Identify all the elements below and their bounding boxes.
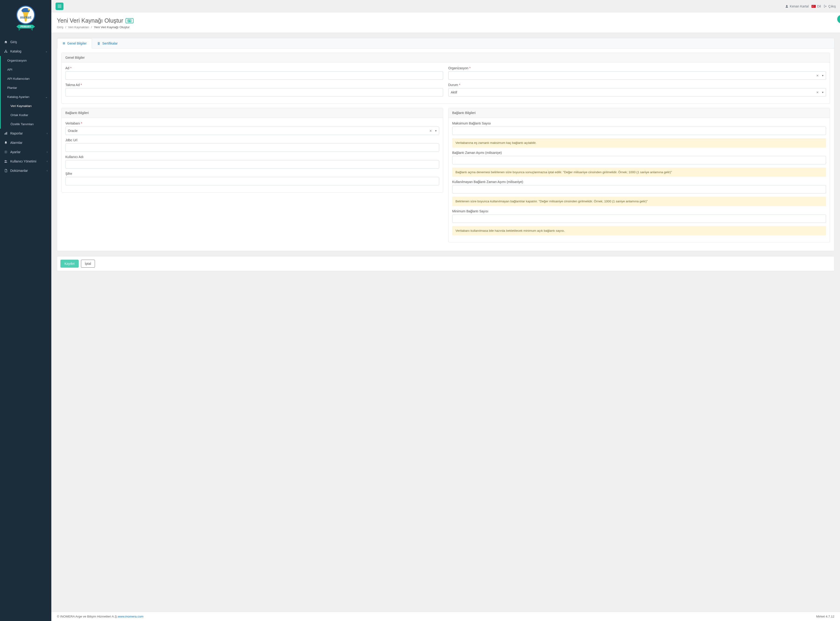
panel-header: Bağlantı Bilgileri xyxy=(448,108,830,118)
input-takma-ad[interactable] xyxy=(65,88,443,97)
breadcrumb-item[interactable]: Giriş xyxy=(57,26,64,29)
sidebar-item-api-kullanicilari[interactable]: API Kullanıcıları xyxy=(1,74,51,83)
input-sifre[interactable] xyxy=(65,177,439,185)
sidebar-nav: Giriş Katalog ⌄ Organizasyon API API Kul… xyxy=(0,37,51,175)
svg-rect-18 xyxy=(58,7,61,8)
svg-rect-26 xyxy=(129,20,129,21)
chevron-left-icon: ‹ xyxy=(47,169,48,172)
label-takma-ad: Takma Ad * xyxy=(65,83,443,87)
cancel-button[interactable]: İptal xyxy=(81,260,95,268)
label-organizasyon: Organizasyon * xyxy=(448,66,826,70)
select-value: Oracle xyxy=(68,129,77,133)
sidebar-item-label: Ortak Kodlar xyxy=(11,113,28,117)
user-menu[interactable]: Kenan Kartal xyxy=(785,5,809,8)
sidebar-item-planlar[interactable]: Planlar xyxy=(1,83,51,92)
chevron-left-icon: ‹ xyxy=(47,150,48,154)
svg-rect-33 xyxy=(63,43,65,44)
select-durum[interactable]: Aktif ✕ ▾ xyxy=(448,88,826,97)
input-max-conn[interactable] xyxy=(452,127,826,135)
svg-rect-7 xyxy=(5,50,6,51)
label-veritabani: Veritabanı * xyxy=(65,121,439,125)
svg-point-13 xyxy=(5,151,6,153)
input-kullanici-adi[interactable] xyxy=(65,160,439,168)
svg-rect-12 xyxy=(6,132,7,135)
panel-genel-bilgiler: Genel Bilgiler Ad * Takma Ad * xyxy=(61,53,830,104)
footer: © INOMERA Arge ve Bilişim Hizmetleri A.Ş… xyxy=(51,612,840,621)
svg-marker-6 xyxy=(31,29,33,31)
tab-genel-bilgiler[interactable]: Genel Bilgiler xyxy=(57,38,92,48)
sidebar-item-label: Kullanıcı Yönetimi xyxy=(10,159,36,163)
breadcrumb-separator: / xyxy=(91,26,92,29)
settings-fab[interactable] xyxy=(837,15,840,23)
input-ad[interactable] xyxy=(65,71,443,80)
chevron-down-icon: ⌄ xyxy=(45,50,48,53)
label-max-conn: Maksimum Bağlantı Sayısı xyxy=(452,121,826,125)
sidebar-item-ortak-kodlar[interactable]: Ortak Kodlar xyxy=(1,111,51,120)
sidebar-item-organizasyon[interactable]: Organizasyon xyxy=(1,56,51,65)
cogs-icon xyxy=(4,150,8,154)
panel-header: Bağlantı Bilgileri xyxy=(62,108,443,118)
input-idle-timeout[interactable] xyxy=(452,185,826,194)
select-value: Aktif xyxy=(451,91,457,94)
chevron-left-icon: ‹ xyxy=(47,160,48,163)
keyboard-icon[interactable] xyxy=(126,18,134,23)
select-veritabani[interactable]: Oracle ✕ ▾ xyxy=(65,127,439,135)
chevron-down-icon: ▾ xyxy=(435,129,437,132)
chevron-left-icon: ‹ xyxy=(47,132,48,135)
sidebar-item-label: Organizasyon xyxy=(7,59,27,62)
select-organizasyon[interactable]: ✕ ▾ xyxy=(448,71,826,80)
user-name: Kenan Kartal xyxy=(790,5,809,8)
users-icon xyxy=(4,160,8,163)
save-button[interactable]: Kaydet xyxy=(61,260,79,268)
sitemap-icon xyxy=(4,50,8,53)
svg-rect-28 xyxy=(130,20,131,21)
input-conn-timeout[interactable] xyxy=(452,156,826,164)
sidebar-item-kullanici-yonetimi[interactable]: Kullanıcı Yönetimi ‹ xyxy=(0,157,51,166)
chevron-down-icon: ▾ xyxy=(822,74,823,77)
tab-sertifikalar[interactable]: Sertifikalar xyxy=(92,38,123,48)
chevron-down-icon: ⌄ xyxy=(45,95,48,98)
breadcrumb-item[interactable]: Veri Kaynakları xyxy=(68,26,90,29)
footer-copyright: © INOMERA Arge ve Bilişim Hizmetleri A.Ş… xyxy=(57,615,118,618)
card-body: Genel Bilgiler Ad * Takma Ad * xyxy=(57,48,834,251)
sidebar-item-veri-kaynaklari[interactable]: Veri Kaynakları xyxy=(1,101,51,111)
page-header: Yeni Veri Kaynağı Oluştur Giriş / Veri K… xyxy=(51,12,840,33)
svg-rect-17 xyxy=(58,6,61,6)
sidebar-item-ayarlar[interactable]: Ayarlar ‹ xyxy=(0,147,51,157)
sidebar-item-katalog-ayarlari[interactable]: Katalog Ayarları ⌄ xyxy=(1,92,51,101)
page-title: Yeni Veri Kaynağı Oluştur xyxy=(57,17,834,24)
sidebar-item-giris[interactable]: Giriş xyxy=(0,37,51,47)
sidebar-item-dokumanlar[interactable]: Dokümanlar ‹ xyxy=(0,166,51,175)
clear-icon[interactable]: ✕ xyxy=(816,91,819,94)
help-max-conn: Veritabanına eş zamanlı maksimum kaç bağ… xyxy=(452,138,826,148)
sidebar-item-label: Özellik Tanımları xyxy=(11,123,34,126)
svg-rect-32 xyxy=(63,42,65,43)
sidebar-item-label: Ayarlar xyxy=(10,150,21,154)
sidebar-toggle-button[interactable] xyxy=(56,3,64,10)
label-sifre: Şifre xyxy=(65,172,439,176)
breadcrumb-separator: / xyxy=(65,26,66,29)
language-menu[interactable]: Dil xyxy=(811,5,821,8)
sidebar-item-alarmlar[interactable]: Alarmlar xyxy=(0,138,51,147)
clear-icon[interactable]: ✕ xyxy=(816,74,819,77)
svg-rect-29 xyxy=(128,21,131,21)
label-idle-timeout: Kullanılmayan Bağlantı Zaman Aşımı (mili… xyxy=(452,180,826,184)
footer-link[interactable]: www.inomera.com xyxy=(118,615,143,618)
menu-icon xyxy=(58,5,61,8)
sidebar-item-raporlar[interactable]: Raporlar ‹ xyxy=(0,129,51,138)
help-idle-timeout: Belirlenen süre boyunca kullanılmayan ba… xyxy=(452,197,826,206)
label-conn-timeout: Bağlantı Zaman Aşımı (milisaniye) xyxy=(452,151,826,154)
sidebar-logo: mirket PRIMARY xyxy=(0,0,51,37)
input-jdbc-url[interactable] xyxy=(65,143,439,152)
sidebar-item-ozellik-tanimlari[interactable]: Özellik Tanımları xyxy=(1,120,51,129)
input-min-conn[interactable] xyxy=(452,215,826,223)
sidebar-item-katalog[interactable]: Katalog ⌄ xyxy=(0,47,51,56)
logo-icon: mirket PRIMARY xyxy=(12,4,39,32)
tab-label: Sertifikalar xyxy=(102,41,118,45)
svg-rect-9 xyxy=(6,52,7,53)
logout-link[interactable]: Çıkış xyxy=(824,5,836,8)
user-icon xyxy=(785,5,788,8)
help-conn-timeout: Bağlantı açma denemesi belirlenen süre b… xyxy=(452,168,826,177)
sidebar-item-api[interactable]: API xyxy=(1,65,51,74)
clear-icon[interactable]: ✕ xyxy=(429,129,432,133)
